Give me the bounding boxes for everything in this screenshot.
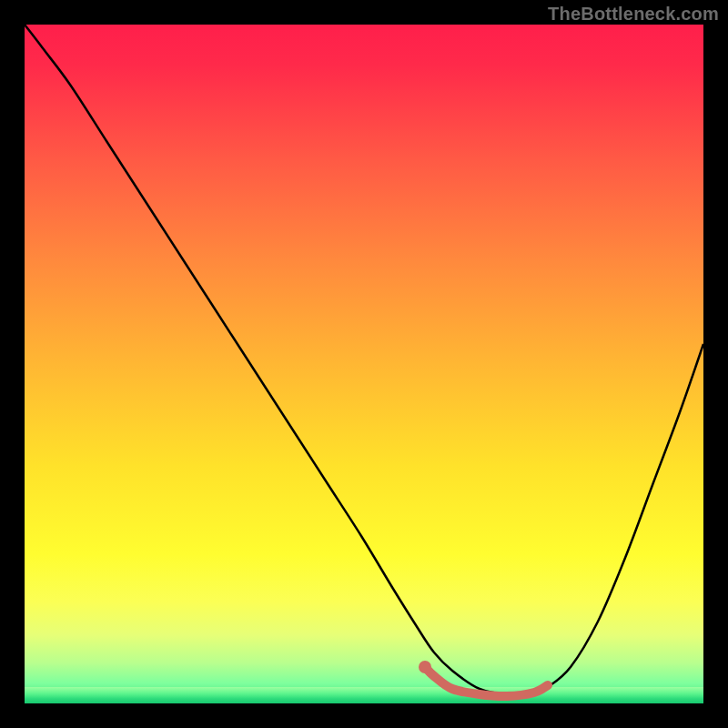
chart-frame: TheBottleneck.com: [0, 0, 728, 728]
curve-svg: [25, 25, 703, 703]
plot-area: [25, 25, 703, 703]
watermark-text: TheBottleneck.com: [548, 4, 719, 25]
optimal-start-dot: [419, 661, 431, 673]
bottleneck-curve: [25, 25, 703, 694]
optimal-range-line: [425, 667, 548, 696]
